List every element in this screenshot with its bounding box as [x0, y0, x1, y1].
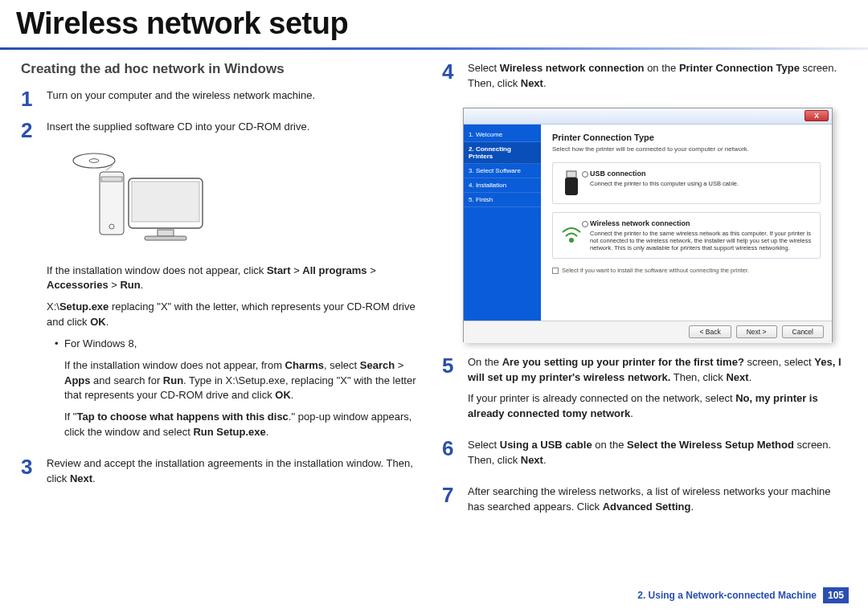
step-body: Select Using a USB cable on the Select t…: [468, 438, 847, 475]
text: .: [266, 426, 269, 438]
step-2: 2 Insert the supplied software CD into y…: [21, 120, 426, 447]
bold-text: Select the Wireless Setup Method: [627, 439, 794, 451]
wizard-step-select-software: 3. Select Software: [464, 164, 541, 178]
wizard-step-welcome: 1. Welcome: [464, 128, 541, 142]
option-title: USB connection: [590, 170, 812, 178]
option-desc: Connect the printer to the same wireless…: [590, 230, 812, 251]
checkbox-label: Select if you want to install the softwa…: [562, 267, 749, 274]
text: .: [291, 389, 294, 401]
section-heading: Creating the ad hoc network in Windows: [21, 61, 426, 77]
left-column: Creating the ad hoc network in Windows 1…: [21, 61, 426, 530]
wizard-sidebar: 1. Welcome 2. Connecting Printers 3. Sel…: [464, 125, 541, 321]
install-without-connecting-checkbox[interactable]: Select if you want to install the softwa…: [552, 267, 821, 274]
text: >: [108, 279, 121, 291]
step-text: Select Wireless network connection on th…: [468, 61, 847, 92]
step-5: 5 On the Are you setting up your printer…: [442, 355, 847, 428]
bold-text: Apps: [64, 374, 91, 386]
step-body: Select Wireless network connection on th…: [468, 61, 847, 98]
bold-text: Next: [521, 77, 543, 89]
option-wireless-connection[interactable]: Wireless network connection Connect the …: [552, 212, 821, 259]
option-desc: Connect the printer to this computer usi…: [590, 180, 812, 187]
text: Select: [468, 62, 500, 74]
sub-bullet-para: If the installation window does not appe…: [64, 358, 426, 404]
bold-text: All programs: [302, 264, 366, 276]
radio-icon: [582, 171, 588, 178]
checkbox-icon: [552, 268, 559, 274]
content-columns: Creating the ad hoc network in Windows 1…: [0, 61, 868, 530]
option-usb-connection[interactable]: USB connection Connect the printer to th…: [552, 162, 821, 204]
step-number: 6: [442, 438, 457, 459]
text: screen, select: [744, 356, 814, 368]
close-icon[interactable]: X: [805, 110, 829, 121]
step-4: 4 Select Wireless network connection on …: [442, 61, 847, 98]
bold-text: Next: [521, 454, 543, 466]
back-button[interactable]: < Back: [689, 325, 731, 338]
text: .: [543, 454, 547, 466]
text: >: [367, 264, 376, 276]
text: and search for: [91, 374, 163, 386]
installer-screenshot: X 1. Welcome 2. Connecting Printers 3. S…: [463, 108, 833, 342]
svg-point-0: [73, 153, 115, 168]
page-footer: 2. Using a Network-connected Machine 105: [637, 587, 849, 603]
window-body: 1. Welcome 2. Connecting Printers 3. Sel…: [464, 125, 832, 321]
svg-rect-7: [158, 230, 174, 236]
step-body: Insert the supplied software CD into you…: [47, 120, 426, 447]
text: If the installation window does not appe…: [47, 264, 267, 276]
bold-text: Charms: [285, 359, 324, 371]
step-body: After searching the wireless networks, a…: [468, 484, 847, 521]
text: on the: [645, 62, 679, 74]
step-number: 1: [21, 88, 35, 109]
step-text: On the Are you setting up your printer f…: [468, 355, 847, 386]
step-number: 2: [21, 120, 35, 141]
bold-text: Run: [163, 374, 183, 386]
wizard-step-connecting: 2. Connecting Printers: [464, 142, 541, 164]
step-text: Select Using a USB cable on the Select t…: [468, 438, 847, 468]
wizard-main: Printer Connection Type Select how the p…: [541, 125, 832, 321]
text: on the: [592, 439, 627, 451]
text: .: [106, 316, 109, 328]
usb-icon: [559, 170, 583, 198]
sub-bullet-para: If "Tap to choose what happens with this…: [64, 410, 426, 440]
window-footer: < Back Next > Cancel: [464, 321, 832, 343]
text: Review and accept the installation agree…: [47, 457, 413, 484]
step-7: 7 After searching the wireless networks,…: [442, 484, 847, 521]
svg-point-1: [89, 158, 99, 162]
bold-text: OK: [90, 316, 106, 328]
text: .: [543, 77, 547, 89]
wizard-step-installation: 4. Installation: [464, 178, 541, 193]
step-number: 3: [21, 456, 35, 477]
step-number: 7: [442, 484, 457, 505]
page-title: Wireless network setup: [0, 0, 868, 47]
step-text: If your printer is already connected on …: [468, 391, 847, 422]
step-para: If the installation window does not appe…: [47, 264, 426, 294]
step-body: Turn on your computer and the wireless n…: [47, 88, 426, 110]
text: If your printer is already connected on …: [468, 392, 735, 404]
text: >: [291, 264, 303, 276]
bold-text: OK: [275, 389, 291, 401]
cancel-button[interactable]: Cancel: [782, 325, 824, 338]
sub-bullet-label: For Windows 8,: [55, 337, 426, 352]
step-number: 4: [442, 61, 457, 82]
bold-text: Wireless network connection: [500, 62, 645, 74]
svg-rect-8: [145, 236, 186, 240]
page-number: 105: [823, 587, 849, 603]
text: .: [749, 371, 752, 383]
text: If the installation window does not appe…: [64, 359, 285, 371]
text: On the: [468, 356, 502, 368]
bold-text: Printer Connection Type: [679, 62, 800, 74]
bold-text: Setup.exe: [59, 300, 108, 313]
text: If ": [64, 411, 76, 423]
wizard-heading: Printer Connection Type: [552, 133, 821, 142]
svg-rect-6: [132, 182, 199, 222]
text: Select: [468, 439, 500, 451]
text: >: [395, 359, 403, 371]
svg-point-11: [569, 238, 574, 243]
next-button[interactable]: Next >: [736, 325, 777, 338]
cd-computer-illustration-icon: [58, 146, 211, 251]
bold-text: Are you setting up your printer for the …: [502, 356, 744, 368]
text: .: [630, 407, 633, 419]
text: .: [92, 472, 96, 484]
footer-chapter: 2. Using a Network-connected Machine: [637, 590, 817, 601]
bold-text: Start: [267, 264, 291, 276]
bold-text: Accessories: [47, 279, 108, 291]
